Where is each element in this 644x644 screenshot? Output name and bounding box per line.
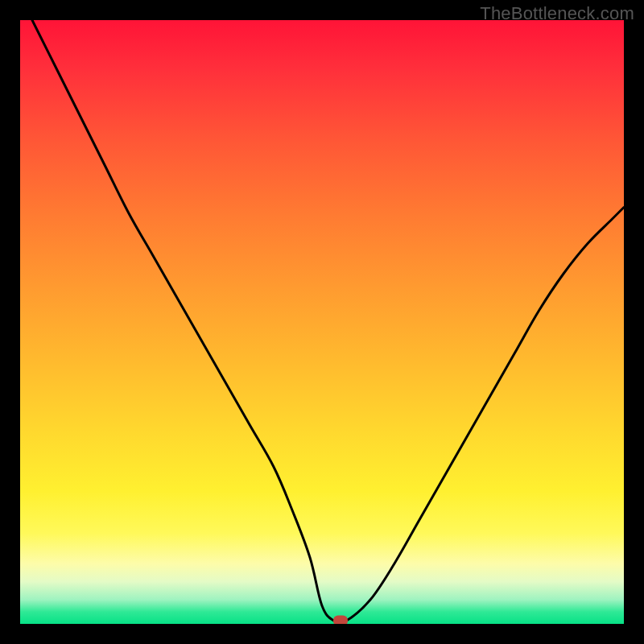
bottleneck-curve [32,20,624,623]
chart-plot-area [20,20,624,624]
optimal-point-marker [333,616,348,624]
curve-overlay [20,20,624,624]
watermark-text: TheBottleneck.com [480,3,634,24]
